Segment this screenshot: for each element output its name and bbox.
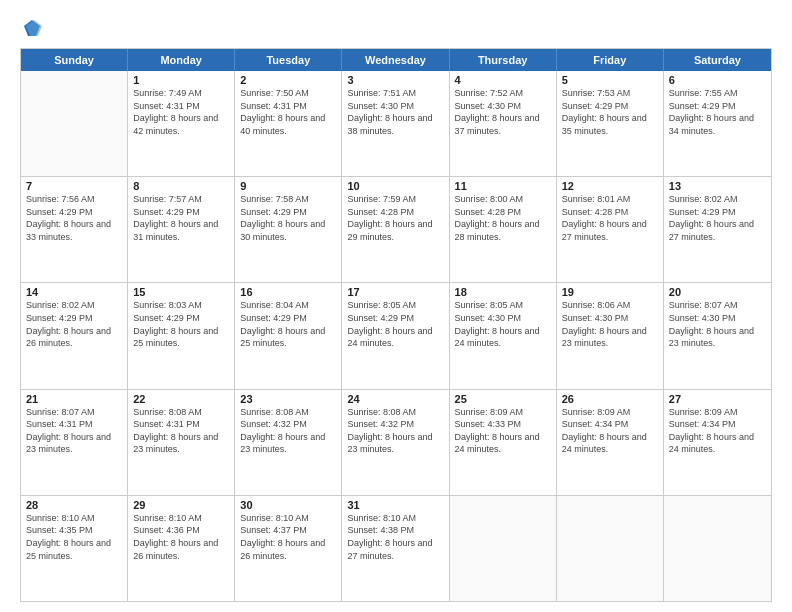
day-info: Sunrise: 7:51 AMSunset: 4:30 PMDaylight:… [347,87,443,137]
day-info: Sunrise: 8:01 AMSunset: 4:28 PMDaylight:… [562,193,658,243]
day-number: 10 [347,180,443,192]
calendar-cell: 16Sunrise: 8:04 AMSunset: 4:29 PMDayligh… [235,283,342,388]
day-info: Sunrise: 7:55 AMSunset: 4:29 PMDaylight:… [669,87,766,137]
calendar-cell: 12Sunrise: 8:01 AMSunset: 4:28 PMDayligh… [557,177,664,282]
day-number: 18 [455,286,551,298]
day-number: 12 [562,180,658,192]
header [20,18,772,38]
calendar-cell: 23Sunrise: 8:08 AMSunset: 4:32 PMDayligh… [235,390,342,495]
calendar-cell: 21Sunrise: 8:07 AMSunset: 4:31 PMDayligh… [21,390,128,495]
day-number: 1 [133,74,229,86]
day-number: 17 [347,286,443,298]
calendar-cell: 15Sunrise: 8:03 AMSunset: 4:29 PMDayligh… [128,283,235,388]
day-info: Sunrise: 8:09 AMSunset: 4:34 PMDaylight:… [669,406,766,456]
page: SundayMondayTuesdayWednesdayThursdayFrid… [0,0,792,612]
calendar-cell: 29Sunrise: 8:10 AMSunset: 4:36 PMDayligh… [128,496,235,601]
day-number: 31 [347,499,443,511]
day-info: Sunrise: 8:04 AMSunset: 4:29 PMDaylight:… [240,299,336,349]
day-number: 7 [26,180,122,192]
day-number: 24 [347,393,443,405]
day-info: Sunrise: 8:08 AMSunset: 4:32 PMDaylight:… [347,406,443,456]
day-info: Sunrise: 8:00 AMSunset: 4:28 PMDaylight:… [455,193,551,243]
calendar-header-cell: Friday [557,49,664,71]
calendar: SundayMondayTuesdayWednesdayThursdayFrid… [20,48,772,602]
day-info: Sunrise: 8:05 AMSunset: 4:29 PMDaylight:… [347,299,443,349]
calendar-cell: 11Sunrise: 8:00 AMSunset: 4:28 PMDayligh… [450,177,557,282]
calendar-cell: 6Sunrise: 7:55 AMSunset: 4:29 PMDaylight… [664,71,771,176]
calendar-cell: 25Sunrise: 8:09 AMSunset: 4:33 PMDayligh… [450,390,557,495]
day-info: Sunrise: 8:07 AMSunset: 4:31 PMDaylight:… [26,406,122,456]
day-info: Sunrise: 7:58 AMSunset: 4:29 PMDaylight:… [240,193,336,243]
calendar-cell: 13Sunrise: 8:02 AMSunset: 4:29 PMDayligh… [664,177,771,282]
logo [20,18,42,38]
calendar-cell: 22Sunrise: 8:08 AMSunset: 4:31 PMDayligh… [128,390,235,495]
calendar-cell: 3Sunrise: 7:51 AMSunset: 4:30 PMDaylight… [342,71,449,176]
day-number: 30 [240,499,336,511]
calendar-cell: 2Sunrise: 7:50 AMSunset: 4:31 PMDaylight… [235,71,342,176]
calendar-cell: 8Sunrise: 7:57 AMSunset: 4:29 PMDaylight… [128,177,235,282]
calendar-header-cell: Monday [128,49,235,71]
day-info: Sunrise: 7:56 AMSunset: 4:29 PMDaylight:… [26,193,122,243]
calendar-cell: 19Sunrise: 8:06 AMSunset: 4:30 PMDayligh… [557,283,664,388]
day-number: 2 [240,74,336,86]
logo-icon [22,18,42,38]
calendar-header: SundayMondayTuesdayWednesdayThursdayFrid… [21,49,771,71]
day-info: Sunrise: 7:59 AMSunset: 4:28 PMDaylight:… [347,193,443,243]
day-number: 28 [26,499,122,511]
calendar-cell: 27Sunrise: 8:09 AMSunset: 4:34 PMDayligh… [664,390,771,495]
day-number: 25 [455,393,551,405]
day-info: Sunrise: 8:10 AMSunset: 4:36 PMDaylight:… [133,512,229,562]
calendar-header-cell: Saturday [664,49,771,71]
calendar-cell: 18Sunrise: 8:05 AMSunset: 4:30 PMDayligh… [450,283,557,388]
calendar-cell: 17Sunrise: 8:05 AMSunset: 4:29 PMDayligh… [342,283,449,388]
day-info: Sunrise: 7:53 AMSunset: 4:29 PMDaylight:… [562,87,658,137]
day-number: 9 [240,180,336,192]
calendar-cell: 26Sunrise: 8:09 AMSunset: 4:34 PMDayligh… [557,390,664,495]
calendar-cell: 24Sunrise: 8:08 AMSunset: 4:32 PMDayligh… [342,390,449,495]
day-number: 16 [240,286,336,298]
day-number: 20 [669,286,766,298]
calendar-cell: 4Sunrise: 7:52 AMSunset: 4:30 PMDaylight… [450,71,557,176]
day-info: Sunrise: 8:07 AMSunset: 4:30 PMDaylight:… [669,299,766,349]
day-number: 13 [669,180,766,192]
calendar-cell: 14Sunrise: 8:02 AMSunset: 4:29 PMDayligh… [21,283,128,388]
day-info: Sunrise: 8:09 AMSunset: 4:33 PMDaylight:… [455,406,551,456]
day-info: Sunrise: 8:05 AMSunset: 4:30 PMDaylight:… [455,299,551,349]
calendar-cell: 7Sunrise: 7:56 AMSunset: 4:29 PMDaylight… [21,177,128,282]
day-info: Sunrise: 8:03 AMSunset: 4:29 PMDaylight:… [133,299,229,349]
calendar-row: 28Sunrise: 8:10 AMSunset: 4:35 PMDayligh… [21,495,771,601]
day-number: 22 [133,393,229,405]
day-number: 6 [669,74,766,86]
calendar-cell: 5Sunrise: 7:53 AMSunset: 4:29 PMDaylight… [557,71,664,176]
calendar-header-cell: Wednesday [342,49,449,71]
day-number: 11 [455,180,551,192]
day-info: Sunrise: 8:06 AMSunset: 4:30 PMDaylight:… [562,299,658,349]
day-info: Sunrise: 7:52 AMSunset: 4:30 PMDaylight:… [455,87,551,137]
day-number: 3 [347,74,443,86]
day-number: 26 [562,393,658,405]
day-number: 5 [562,74,658,86]
day-number: 19 [562,286,658,298]
day-info: Sunrise: 8:09 AMSunset: 4:34 PMDaylight:… [562,406,658,456]
calendar-body: 1Sunrise: 7:49 AMSunset: 4:31 PMDaylight… [21,71,771,601]
day-info: Sunrise: 7:50 AMSunset: 4:31 PMDaylight:… [240,87,336,137]
calendar-row: 14Sunrise: 8:02 AMSunset: 4:29 PMDayligh… [21,282,771,388]
day-number: 4 [455,74,551,86]
calendar-cell: 28Sunrise: 8:10 AMSunset: 4:35 PMDayligh… [21,496,128,601]
calendar-cell: 10Sunrise: 7:59 AMSunset: 4:28 PMDayligh… [342,177,449,282]
day-info: Sunrise: 8:10 AMSunset: 4:38 PMDaylight:… [347,512,443,562]
calendar-row: 21Sunrise: 8:07 AMSunset: 4:31 PMDayligh… [21,389,771,495]
day-number: 15 [133,286,229,298]
calendar-row: 1Sunrise: 7:49 AMSunset: 4:31 PMDaylight… [21,71,771,176]
day-info: Sunrise: 8:10 AMSunset: 4:37 PMDaylight:… [240,512,336,562]
calendar-cell [450,496,557,601]
calendar-cell: 9Sunrise: 7:58 AMSunset: 4:29 PMDaylight… [235,177,342,282]
calendar-cell: 30Sunrise: 8:10 AMSunset: 4:37 PMDayligh… [235,496,342,601]
calendar-row: 7Sunrise: 7:56 AMSunset: 4:29 PMDaylight… [21,176,771,282]
calendar-cell [664,496,771,601]
calendar-header-cell: Tuesday [235,49,342,71]
day-info: Sunrise: 7:57 AMSunset: 4:29 PMDaylight:… [133,193,229,243]
day-number: 29 [133,499,229,511]
calendar-header-cell: Thursday [450,49,557,71]
calendar-cell: 31Sunrise: 8:10 AMSunset: 4:38 PMDayligh… [342,496,449,601]
